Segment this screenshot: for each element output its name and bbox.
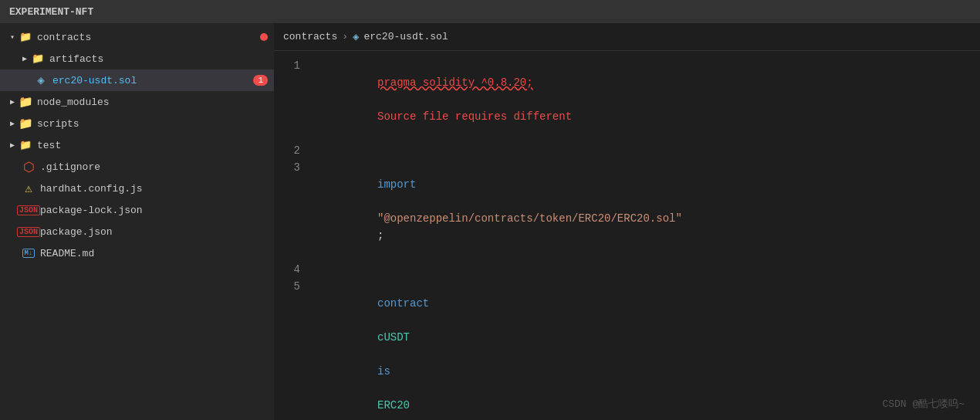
main-layout: ▾ 📁 contracts ▶ 📁 artifacts ◈ erc20-usdt… xyxy=(0,23,980,420)
code-line-4: 4 xyxy=(274,261,980,278)
sol-breadcrumb-icon: ◈ xyxy=(353,30,359,43)
chevron-node-modules: ▶ xyxy=(6,96,19,108)
title-bar: EXPERIMENT-NFT xyxy=(0,0,980,23)
breadcrumb: contracts › ◈ erc20-usdt.sol xyxy=(274,23,980,51)
breadcrumb-file: erc20-usdt.sol xyxy=(363,31,448,42)
line-content-3: import "@openzeppelin/contracts/token/ER… xyxy=(313,159,980,261)
erc20-id: ERC20 xyxy=(377,399,410,412)
is-kw: is xyxy=(377,365,390,378)
error-message: Source file requires different xyxy=(377,110,572,123)
space-5d xyxy=(377,416,384,420)
space-5b xyxy=(377,348,384,361)
sidebar-item-artifacts[interactable]: ▶ 📁 artifacts xyxy=(0,48,274,69)
md-icon: M↓ xyxy=(22,246,35,260)
sidebar-label-erc20: erc20-usdt.sol xyxy=(52,75,253,86)
breadcrumb-folder: contracts xyxy=(283,31,337,42)
json-icon-lock: JSON xyxy=(22,203,35,217)
line-num-1: 1 xyxy=(274,57,313,74)
sidebar-label-package-lock: package-lock.json xyxy=(40,205,268,216)
sidebar-label-gitignore: .gitignore xyxy=(40,161,268,173)
editor-area: contracts › ◈ erc20-usdt.sol 1 pragma so… xyxy=(274,23,980,420)
erc20-badge: 1 xyxy=(253,75,268,86)
sidebar-item-node-modules[interactable]: ▶ 📁 node_modules xyxy=(0,91,274,113)
sidebar-item-contracts[interactable]: ▾ 📁 contracts xyxy=(0,26,274,48)
code-line-3: 3 import "@openzeppelin/contracts/token/… xyxy=(274,159,980,261)
sidebar-item-hardhat[interactable]: ⚠ hardhat.config.js xyxy=(0,178,274,199)
json-icon: JSON xyxy=(22,225,35,239)
import-path: "@openzeppelin/contracts/token/ERC20/ERC… xyxy=(377,212,682,225)
sidebar-item-test[interactable]: ▶ 📁 test xyxy=(0,134,274,156)
folder-open-icon: 📁 xyxy=(19,30,32,44)
sol-file-icon: ◈ xyxy=(34,73,48,87)
space-3 xyxy=(377,195,384,208)
git-icon: ⬡ xyxy=(22,160,35,174)
chevron-contracts: ▾ xyxy=(6,31,19,43)
sidebar-item-readme[interactable]: M↓ README.md xyxy=(0,242,274,264)
line-num-2: 2 xyxy=(274,142,313,159)
semicolon-3: ; xyxy=(377,229,384,242)
code-area[interactable]: 1 pragma solidity ^0.8.20; Source file r… xyxy=(274,51,980,420)
title-text: EXPERIMENT-NFT xyxy=(9,6,93,18)
pragma-keyword: pragma solidity ^0.8.20; xyxy=(377,76,533,89)
hardhat-icon: ⚠ xyxy=(22,181,35,195)
chevron-scripts: ▶ xyxy=(6,117,19,130)
sidebar-item-package-lock[interactable]: JSON package-lock.json xyxy=(0,199,274,221)
breadcrumb-sep: › xyxy=(342,31,348,42)
space-5c xyxy=(377,382,384,395)
line-content-5: contract cUSDT is ERC20 { xyxy=(313,278,980,420)
watermark: CSDN @酷七喽呜~ xyxy=(882,397,965,411)
code-line-1: 1 pragma solidity ^0.8.20; Source file r… xyxy=(274,57,980,142)
space-5a xyxy=(377,314,384,327)
cusdt-id: cUSDT xyxy=(377,331,410,344)
sidebar-item-gitignore[interactable]: ⬡ .gitignore xyxy=(0,156,274,178)
sidebar-label-test: test xyxy=(37,140,268,151)
folder-node-modules-icon: 📁 xyxy=(19,95,32,109)
line-content-1: pragma solidity ^0.8.20; Source file req… xyxy=(313,57,980,142)
contract-kw: contract xyxy=(377,297,429,310)
folder-artifacts-icon: 📁 xyxy=(31,52,45,66)
code-line-5: 5 contract cUSDT is ERC20 { xyxy=(274,278,980,420)
sidebar-item-package[interactable]: JSON package.json xyxy=(0,221,274,242)
sidebar-label-hardhat: hardhat.config.js xyxy=(40,183,268,195)
import-kw: import xyxy=(377,178,416,191)
sidebar-item-scripts[interactable]: ▶ 📁 scripts xyxy=(0,113,274,134)
sidebar-label-readme: README.md xyxy=(40,248,268,259)
sidebar-label-scripts: scripts xyxy=(37,118,268,130)
sidebar-label-artifacts: artifacts xyxy=(49,53,268,65)
folder-test-icon: 📁 xyxy=(19,138,32,152)
line-num-4: 4 xyxy=(274,261,313,278)
sidebar-label-contracts: contracts xyxy=(37,32,257,43)
sidebar-label-package: package.json xyxy=(40,226,268,238)
space-1 xyxy=(377,93,410,106)
sidebar-item-erc20[interactable]: ◈ erc20-usdt.sol 1 xyxy=(0,69,274,91)
sidebar: ▾ 📁 contracts ▶ 📁 artifacts ◈ erc20-usdt… xyxy=(0,23,274,420)
chevron-artifacts: ▶ xyxy=(19,52,31,65)
contracts-dot xyxy=(260,33,268,41)
chevron-test: ▶ xyxy=(6,139,19,151)
line-num-3: 3 xyxy=(274,159,313,176)
sidebar-label-node-modules: node_modules xyxy=(37,97,268,108)
line-num-5: 5 xyxy=(274,278,313,295)
folder-scripts-icon: 📁 xyxy=(19,117,32,130)
code-line-2: 2 xyxy=(274,142,980,159)
watermark-text: CSDN @酷七喽呜~ xyxy=(882,398,965,410)
